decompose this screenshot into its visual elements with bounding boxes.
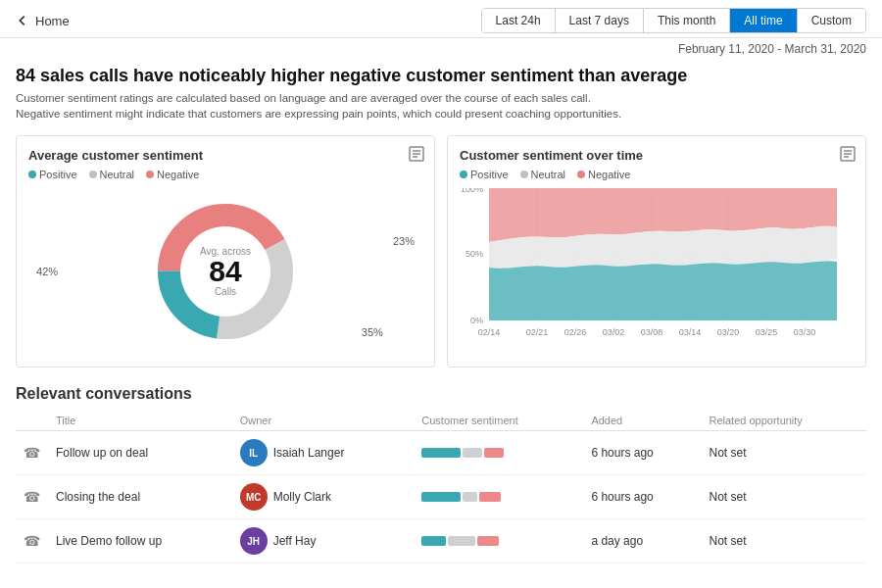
sentiment-neutral xyxy=(463,492,477,502)
owner-name: Molly Clark xyxy=(273,490,331,504)
avg-chart-export[interactable] xyxy=(409,146,424,165)
tl-positive-dot xyxy=(460,171,467,178)
col-title: Title xyxy=(48,411,232,431)
svg-text:50%: 50% xyxy=(466,249,483,259)
col-icon xyxy=(16,411,48,431)
sentiment-time-card: Customer sentiment over time Positive Ne… xyxy=(447,135,866,368)
avg-sub-label: Calls xyxy=(200,286,251,297)
svg-text:02/14: 02/14 xyxy=(478,327,501,337)
table-row[interactable]: ☎ Follow up on deal IL Isaiah Langer 6 h… xyxy=(16,431,866,475)
owner-avatar: IL xyxy=(240,439,268,466)
conv-title: Follow up on deal xyxy=(48,431,232,475)
table-row[interactable]: ☎ Live Demo follow up JH Jeff Hay a day … xyxy=(16,519,866,564)
donut-center-text: Avg. across 84 Calls xyxy=(200,246,251,297)
conv-opportunity: Not set xyxy=(701,475,866,519)
date-range: February 11, 2020 - March 31, 2020 xyxy=(0,38,882,58)
svg-text:0%: 0% xyxy=(470,316,483,325)
filter-last24h[interactable]: Last 24h xyxy=(482,9,556,32)
conv-opportunity: Not set xyxy=(701,519,866,564)
back-link[interactable]: Home xyxy=(16,14,70,28)
neutral-label: Neutral xyxy=(100,169,134,180)
conv-sentiment xyxy=(414,475,583,519)
owner-avatar: JH xyxy=(240,527,268,555)
owner-name: Jeff Hay xyxy=(273,534,317,548)
sentiment-bar xyxy=(421,536,575,546)
svg-text:02/21: 02/21 xyxy=(526,327,549,337)
negative-label: Negative xyxy=(157,169,199,180)
svg-text:03/02: 03/02 xyxy=(603,327,625,337)
home-label: Home xyxy=(35,14,70,28)
svg-text:03/30: 03/30 xyxy=(794,327,816,337)
svg-text:02/26: 02/26 xyxy=(564,327,587,337)
filter-custom[interactable]: Custom xyxy=(798,9,865,32)
table-row[interactable]: ☎ Closing the deal MC Molly Clark 6 hour… xyxy=(16,475,866,519)
col-owner: Owner xyxy=(232,411,415,431)
tl-positive-label: Positive xyxy=(470,169,509,180)
conv-title: Live Demo follow up xyxy=(48,519,232,564)
tl-negative: Negative xyxy=(577,169,630,180)
pct-neutral: 35% xyxy=(362,326,383,338)
filter-thismonth[interactable]: This month xyxy=(644,9,730,32)
area-chart-svg: 100% 50% 0% 02/14 02/21 02/26 03/02 03/0… xyxy=(460,188,842,340)
avg-legend: Positive Neutral Negative xyxy=(28,169,422,180)
phone-icon-cell: ☎ xyxy=(16,475,48,519)
sentiment-negative xyxy=(484,448,504,458)
sentiment-negative xyxy=(477,536,499,546)
sentiment-neutral xyxy=(463,448,482,458)
legend-positive: Positive xyxy=(28,169,77,180)
phone-icon: ☎ xyxy=(24,445,40,461)
header: Home Last 24h Last 7 days This month All… xyxy=(0,0,882,38)
phone-icon: ☎ xyxy=(24,533,40,549)
conv-added: 6 hours ago xyxy=(583,475,701,519)
conversations-section: Relevant conversations Title Owner Custo… xyxy=(0,377,882,571)
conv-title: Closing the deal xyxy=(48,475,232,519)
hero-title: 84 sales calls have noticeably higher ne… xyxy=(16,66,866,86)
conv-owner: IL Isaiah Langer xyxy=(232,431,415,475)
positive-dot xyxy=(28,171,36,178)
sentiment-positive xyxy=(421,492,461,502)
pct-negative: 42% xyxy=(36,266,58,277)
sentiment-negative xyxy=(479,492,501,502)
sentiment-neutral xyxy=(448,536,475,546)
hero-line2: Negative sentiment might indicate that c… xyxy=(16,108,621,120)
svg-text:03/14: 03/14 xyxy=(679,327,702,337)
conv-added: a day ago xyxy=(583,519,701,564)
negative-dot xyxy=(146,171,154,178)
filter-last7days[interactable]: Last 7 days xyxy=(556,9,644,32)
tl-positive: Positive xyxy=(460,169,509,180)
tl-neutral-dot xyxy=(520,171,528,178)
neutral-dot xyxy=(89,171,97,178)
svg-text:03/25: 03/25 xyxy=(756,327,778,337)
time-filters: Last 24h Last 7 days This month All time… xyxy=(481,8,866,33)
filter-alltime[interactable]: All time xyxy=(730,9,797,32)
sentiment-positive xyxy=(421,536,446,546)
col-sentiment: Customer sentiment xyxy=(414,411,583,431)
hero-section: 84 sales calls have noticeably higher ne… xyxy=(0,58,882,125)
sentiment-bar xyxy=(421,448,575,458)
phone-icon-cell: ☎ xyxy=(16,519,48,564)
avg-chart-title: Average customer sentiment xyxy=(28,148,422,163)
conversations-title: Relevant conversations xyxy=(16,385,866,403)
area-chart-wrapper: 100% 50% 0% 02/14 02/21 02/26 03/02 03/0… xyxy=(460,188,854,340)
legend-neutral: Neutral xyxy=(89,169,134,180)
conv-owner: JH Jeff Hay xyxy=(232,519,415,564)
donut-container: Avg. across 84 Calls 23% 42% 35% xyxy=(28,188,422,355)
tl-neutral-label: Neutral xyxy=(531,169,565,180)
svg-text:03/20: 03/20 xyxy=(717,327,740,337)
phone-icon: ☎ xyxy=(24,489,40,505)
conv-opportunity: Not set xyxy=(701,431,866,475)
conversations-table: Title Owner Customer sentiment Added Rel… xyxy=(16,411,866,564)
conv-sentiment xyxy=(414,431,583,475)
time-chart-export[interactable] xyxy=(840,146,856,165)
conv-owner: MC Molly Clark xyxy=(232,475,415,519)
svg-text:03/08: 03/08 xyxy=(641,327,663,337)
tl-negative-label: Negative xyxy=(588,169,630,180)
conv-added: 6 hours ago xyxy=(583,431,701,475)
avg-number: 84 xyxy=(200,257,251,286)
sentiment-positive xyxy=(421,448,461,458)
sentiment-bar xyxy=(421,492,575,502)
tl-negative-dot xyxy=(577,171,585,178)
sentiment-time-title: Customer sentiment over time xyxy=(460,148,854,163)
charts-row: Average customer sentiment Positive Neut… xyxy=(0,125,882,377)
positive-label: Positive xyxy=(39,169,77,180)
